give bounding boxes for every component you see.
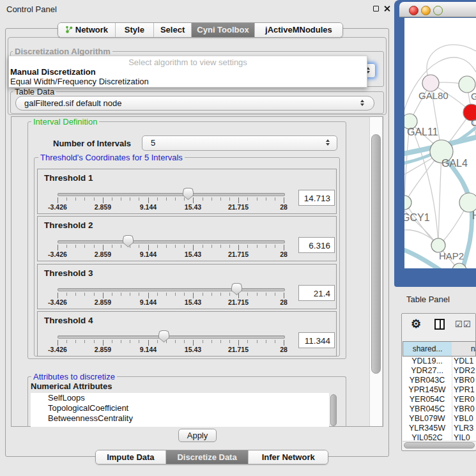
slider-scale-label: 15.43 — [174, 298, 212, 306]
table-row[interactable]: YBR043CYBR0 — [403, 376, 476, 385]
tab-infer-network[interactable]: Infer Network — [249, 450, 328, 464]
table-row[interactable]: YBL079WYBL0 — [403, 414, 476, 424]
slider-scale-label: 2.859 — [84, 346, 122, 353]
network-node-gcy1[interactable] — [404, 196, 411, 210]
threshold-value-field[interactable]: 6.316 — [298, 237, 335, 253]
slider-major-ticks — [58, 293, 286, 298]
table-row[interactable]: YDR27...YDR2 — [403, 366, 476, 376]
table-data-value: galFiltered.sif default node — [24, 98, 121, 108]
num-intervals-label: Number of Intervals — [53, 139, 131, 148]
slider-scale-label: 28 — [265, 203, 303, 211]
close-traffic-light-icon[interactable] — [409, 6, 418, 15]
threshold-value-field[interactable]: 21.4 — [298, 285, 335, 301]
threshold-slider-track[interactable] — [58, 240, 285, 243]
tab-discretize-data[interactable]: Discretize Data — [166, 450, 249, 464]
slider-scale-label: 28 — [265, 346, 303, 353]
node-label: GAL4 — [441, 158, 468, 169]
threshold-label: Threshold 1 — [44, 173, 93, 183]
float-panel-icon[interactable] — [373, 6, 379, 12]
close-icon[interactable] — [383, 5, 390, 12]
table-row[interactable]: YER054CYER0 — [403, 395, 476, 404]
list-item[interactable]: BetweennessCentrality — [31, 413, 329, 424]
apply-button[interactable]: Apply — [178, 429, 217, 442]
table-row[interactable]: YLR345WYLR3 — [403, 424, 476, 433]
dropdown-option-manual[interactable]: Manual Discretization — [9, 67, 367, 77]
tab-jactivemnodules[interactable]: jActiveMNodules — [255, 23, 342, 37]
threshold-value-field[interactable]: 14.713 — [298, 190, 335, 206]
node-label: GAL11 — [407, 127, 438, 137]
minimize-traffic-light-icon[interactable] — [421, 6, 431, 15]
zoom-traffic-light-icon[interactable] — [433, 6, 443, 15]
column-header-shared[interactable]: shared... — [403, 341, 452, 357]
discretization-algorithm-title: Discretization Algorithm — [13, 47, 112, 56]
slider-scale-label: 15.43 — [174, 250, 212, 258]
slider-scale-label: -3.426 — [38, 346, 77, 353]
tab-cyni-toolbox[interactable]: Cyni Toolbox — [192, 23, 255, 37]
split-columns-icon[interactable] — [434, 319, 445, 330]
slider-scale-label: -3.426 — [38, 250, 77, 258]
threshold-panel: Threshold 4 -3.426 2.859 9.144 15.43 21.… — [37, 311, 337, 357]
screen: Control Panel Network Style Select Cyni … — [0, 0, 476, 476]
slider-scale-label: -3.426 — [38, 298, 77, 306]
threshold-panel: Threshold 1 -3.426 2.859 9.144 15.43 21.… — [37, 169, 337, 214]
top-tab-bar: Network Style Select Cyni Toolbox jActiv… — [58, 22, 343, 38]
slider-scale-label: 9.144 — [129, 346, 167, 353]
slider-major-ticks — [58, 340, 286, 346]
node-label: GAL80 — [418, 90, 449, 101]
table-rows: YDL19...YDL1 YDR27...YDR2 YBR043CYBR0 YP… — [403, 357, 476, 441]
node-label: H — [472, 210, 476, 221]
slider-scale-label: 9.144 — [129, 298, 167, 306]
tab-impute-data[interactable]: Impute Data — [96, 450, 166, 464]
interval-definition-title: Interval Definition — [31, 118, 99, 126]
slider-scale-label: 21.715 — [219, 250, 257, 258]
num-intervals-value: 5 — [151, 138, 155, 148]
table-data-combobox[interactable]: galFiltered.sif default node — [15, 96, 374, 111]
slider-scale-label: 28 — [265, 250, 303, 258]
table-panel-title: Table Panel — [406, 295, 450, 304]
threshold-slider-track[interactable] — [58, 193, 285, 196]
slider-scale-label: 28 — [265, 298, 303, 306]
settings-scrollbar-thumb[interactable] — [371, 134, 381, 374]
slider-scale-label: 21.715 — [219, 203, 257, 211]
network-node-h[interactable] — [459, 193, 476, 212]
combo-arrows-icon — [360, 100, 365, 106]
slider-scale-label: 9.144 — [129, 203, 167, 211]
threshold-label: Threshold 4 — [44, 316, 93, 325]
table-row[interactable]: YBR045CYBR0 — [403, 404, 476, 414]
threshold-slider-track[interactable] — [58, 335, 285, 339]
tab-label: Network — [75, 25, 108, 35]
dropdown-option-equal-width[interactable]: Equal Width/Frequency Discretization — [9, 77, 367, 86]
column-header-name[interactable]: na — [452, 341, 476, 357]
checkbox-icon[interactable]: ☑ — [463, 319, 471, 329]
tab-style[interactable]: Style — [116, 23, 154, 37]
gear-icon[interactable]: ⚙ — [411, 317, 421, 331]
spinner-arrows-icon — [325, 139, 330, 146]
threshold-value-field[interactable]: 11.344 — [298, 332, 335, 348]
horizontal-scrollbar-thumb[interactable] — [404, 442, 475, 449]
network-icon — [65, 26, 73, 36]
algorithm-dropdown-popup: Select algorithm to view settings Manual… — [8, 56, 367, 88]
node-label: C — [471, 117, 476, 128]
numerical-attributes-list[interactable]: SelfLoops TopologicalCoefficient Between… — [31, 393, 329, 427]
checkbox-icon[interactable]: ☑ — [455, 319, 463, 329]
network-canvas[interactable]: GAL80 GA C GAL11 GAL4 GCY1 H HAP2 — [404, 18, 476, 268]
threshold-slider-track[interactable] — [58, 288, 285, 291]
tab-select[interactable]: Select — [154, 23, 192, 37]
slider-major-ticks — [58, 197, 286, 203]
table-row[interactable]: YDL19...YDL1 — [403, 357, 476, 366]
table-row[interactable]: YIL052CYIL0 — [403, 433, 476, 441]
list-scrollbar-thumb[interactable] — [330, 394, 337, 426]
node-label: GA — [471, 91, 476, 102]
threshold-label: Threshold 3 — [44, 268, 93, 278]
slider-scale-label: -3.426 — [38, 203, 77, 211]
list-item[interactable]: TopologicalCoefficient — [31, 403, 329, 413]
table-row[interactable]: YPR145WYPR1 — [403, 385, 476, 395]
list-item[interactable]: SelfLoops — [31, 393, 329, 403]
num-intervals-spinner[interactable]: 5 — [142, 135, 337, 151]
bottom-tab-bar: Impute Data Discretize Data Infer Networ… — [95, 450, 328, 464]
tab-network[interactable]: Network — [58, 23, 116, 37]
threshold-label: Threshold 2 — [44, 220, 93, 230]
network-node-gal80[interactable] — [422, 75, 439, 91]
table-data-title: Table Data — [13, 88, 56, 96]
slider-scale-label: 2.859 — [84, 203, 122, 211]
